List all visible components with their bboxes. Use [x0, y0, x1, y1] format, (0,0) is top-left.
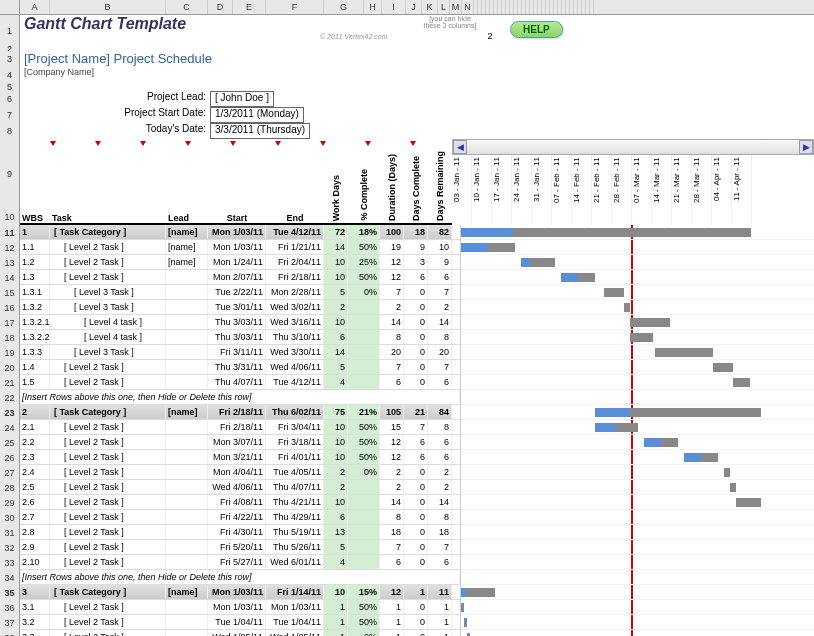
- col-L[interactable]: L: [438, 0, 450, 14]
- cell-wbs[interactable]: 2.1: [20, 420, 50, 434]
- cell-task[interactable]: [ Level 2 Task ]: [50, 615, 166, 629]
- cell-end[interactable]: Thu 6/02/11: [266, 405, 324, 419]
- cell-lead[interactable]: [166, 525, 208, 539]
- row-20[interactable]: 20: [0, 360, 20, 375]
- row-34[interactable]: 34: [0, 570, 20, 585]
- cell-task[interactable]: [ Level 2 Task ]: [50, 240, 166, 254]
- row-11[interactable]: 11: [0, 225, 20, 240]
- cell-days-remaining[interactable]: 1: [428, 600, 452, 614]
- cell-task[interactable]: [ Level 2 Task ]: [50, 480, 166, 494]
- row-26[interactable]: 26: [0, 450, 20, 465]
- cell-days-complete[interactable]: 0: [404, 600, 428, 614]
- cell-pct[interactable]: [348, 540, 380, 554]
- cell-days-remaining[interactable]: 14: [428, 315, 452, 329]
- cell-end[interactable]: Fri 4/01/11: [266, 450, 324, 464]
- cell-wbs[interactable]: 3.2: [20, 615, 50, 629]
- cell-workdays[interactable]: 4: [324, 555, 348, 569]
- cell-wbs[interactable]: 3.1: [20, 600, 50, 614]
- cell-task[interactable]: [ Level 2 Task ]: [50, 375, 166, 389]
- row-1[interactable]: 1: [0, 15, 20, 47]
- cell-wbs[interactable]: 1.5: [20, 375, 50, 389]
- cell-days-complete[interactable]: 0: [404, 555, 428, 569]
- cell-pct[interactable]: [348, 510, 380, 524]
- cell-end[interactable]: Fri 3/04/11: [266, 420, 324, 434]
- cell-workdays[interactable]: 1: [324, 615, 348, 629]
- cell-days-remaining[interactable]: 7: [428, 285, 452, 299]
- row-28[interactable]: 28: [0, 480, 20, 495]
- cell-wbs[interactable]: 3.3: [20, 630, 50, 636]
- cell-lead[interactable]: [166, 630, 208, 636]
- cell-workdays[interactable]: 1: [324, 630, 348, 636]
- table-row[interactable]: 262.3[ Level 2 Task ]Mon 3/21/11Fri 4/01…: [0, 450, 460, 465]
- row-29[interactable]: 29: [0, 495, 20, 510]
- cell-wbs[interactable]: 2.9: [20, 540, 50, 554]
- cell-task[interactable]: [ Level 4 task ]: [50, 315, 166, 329]
- cell-task[interactable]: [ Task Category ]: [50, 225, 166, 239]
- cell-end[interactable]: Thu 4/29/11: [266, 510, 324, 524]
- cell-end[interactable]: Fri 2/18/11: [266, 270, 324, 284]
- cell-duration[interactable]: 12: [380, 435, 404, 449]
- cell-days-remaining[interactable]: 2: [428, 300, 452, 314]
- cell-start[interactable]: Fri 5/20/11: [208, 540, 266, 554]
- cell-duration[interactable]: 8: [380, 330, 404, 344]
- cell-days-complete[interactable]: 0: [404, 540, 428, 554]
- cell-pct[interactable]: 25%: [348, 255, 380, 269]
- row-31[interactable]: 31: [0, 525, 20, 540]
- cell-start[interactable]: Thu 3/03/11: [208, 330, 266, 344]
- cell-workdays[interactable]: 2: [324, 480, 348, 494]
- table-row[interactable]: 211.5[ Level 2 Task ]Thu 4/07/11Tue 4/12…: [0, 375, 460, 390]
- cell-lead[interactable]: [166, 300, 208, 314]
- cell-task[interactable]: [ Level 2 Task ]: [50, 630, 166, 636]
- cell-days-remaining[interactable]: 6: [428, 555, 452, 569]
- cell-start[interactable]: Mon 1/03/11: [208, 585, 266, 599]
- cell-lead[interactable]: [166, 480, 208, 494]
- today-value[interactable]: 3/3/2011 (Thursday): [210, 123, 310, 139]
- cell-start[interactable]: Mon 1/03/11: [208, 600, 266, 614]
- cell-task[interactable]: [ Level 2 Task ]: [50, 450, 166, 464]
- cell-days-remaining[interactable]: 7: [428, 360, 452, 374]
- cell-pct[interactable]: 18%: [348, 225, 380, 239]
- cell-task[interactable]: [ Task Category ]: [50, 405, 166, 419]
- cell-days-remaining[interactable]: 9: [428, 255, 452, 269]
- cell-start[interactable]: Tue 1/04/11: [208, 615, 266, 629]
- cell-workdays[interactable]: 10: [324, 315, 348, 329]
- cell-days-remaining[interactable]: 8: [428, 510, 452, 524]
- cell-duration[interactable]: 2: [380, 300, 404, 314]
- row-4[interactable]: 4: [0, 67, 20, 83]
- cell-start[interactable]: Fri 2/18/11: [208, 420, 266, 434]
- cell-task[interactable]: [ Level 2 Task ]: [50, 255, 166, 269]
- cell-days-complete[interactable]: 1: [404, 585, 428, 599]
- cell-wbs[interactable]: 2.10: [20, 555, 50, 569]
- table-row[interactable]: 22[Insert Rows above this one, then Hide…: [0, 390, 460, 405]
- cell-pct[interactable]: 50%: [348, 615, 380, 629]
- table-row[interactable]: 121.1[ Level 2 Task ][name]Mon 1/03/11Fr…: [0, 240, 460, 255]
- cell-end[interactable]: Wed 6/01/11: [266, 555, 324, 569]
- cell-pct[interactable]: 0%: [348, 285, 380, 299]
- cell-days-complete[interactable]: 0: [404, 495, 428, 509]
- cell-workdays[interactable]: 2: [324, 300, 348, 314]
- cell-workdays[interactable]: 10: [324, 585, 348, 599]
- cell-start[interactable]: Mon 2/07/11: [208, 270, 266, 284]
- col-J[interactable]: J: [406, 0, 422, 14]
- cell-days-remaining[interactable]: 14: [428, 495, 452, 509]
- cell-pct[interactable]: 0%: [348, 465, 380, 479]
- table-row[interactable]: 272.4[ Level 2 Task ]Mon 4/04/11Tue 4/05…: [0, 465, 460, 480]
- cell-wbs[interactable]: 1.2: [20, 255, 50, 269]
- cell-pct[interactable]: [348, 495, 380, 509]
- cell-end[interactable]: Fri 2/04/11: [266, 255, 324, 269]
- cell-duration[interactable]: 8: [380, 510, 404, 524]
- cell-task[interactable]: [ Level 2 Task ]: [50, 435, 166, 449]
- cell-days-complete[interactable]: 0: [404, 510, 428, 524]
- cell-start[interactable]: Fri 4/08/11: [208, 495, 266, 509]
- row-33[interactable]: 33: [0, 555, 20, 570]
- cell-workdays[interactable]: 4: [324, 375, 348, 389]
- cell-task[interactable]: [ Level 2 Task ]: [50, 510, 166, 524]
- table-row[interactable]: 131.2[ Level 2 Task ][name]Mon 1/24/11Fr…: [0, 255, 460, 270]
- cell-duration[interactable]: 6: [380, 555, 404, 569]
- cell-days-remaining[interactable]: 8: [428, 420, 452, 434]
- row-27[interactable]: 27: [0, 465, 20, 480]
- cell-start[interactable]: Mon 3/07/11: [208, 435, 266, 449]
- cell-days-complete[interactable]: 0: [404, 345, 428, 359]
- cell-days-remaining[interactable]: 18: [428, 525, 452, 539]
- cell-task[interactable]: [ Level 2 Task ]: [50, 495, 166, 509]
